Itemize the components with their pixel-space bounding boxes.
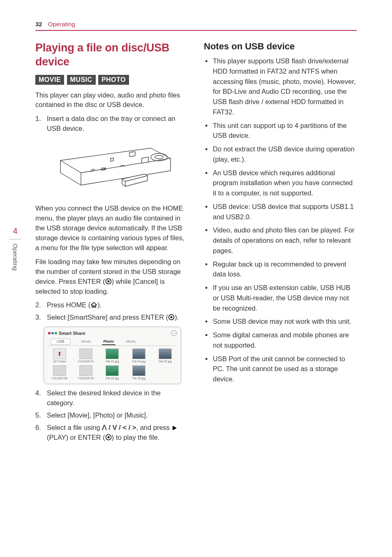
page-header: 32 Operating <box>35 21 357 31</box>
step-3: Select [SmartShare] and press ENTER (). <box>35 313 188 323</box>
tag-photo: PHOTO <box>98 75 129 85</box>
item-up: UP Folder <box>48 348 71 363</box>
chapter-number: 4 <box>9 226 21 239</box>
right-column: Notes on USB device This player supports… <box>204 41 357 447</box>
para-auto-play: When you connect the USB device on the H… <box>35 204 188 253</box>
chapter-tab: 4 Operating <box>9 226 21 271</box>
svg-point-10 <box>107 436 109 439</box>
svg-point-6 <box>107 280 109 282</box>
notes-title: Notes on USB device <box>204 41 357 52</box>
note-item: Do not extract the USB device during ope… <box>204 144 357 165</box>
note-item: USB device: USB device that supports USB… <box>204 202 357 222</box>
home-icon <box>90 302 97 308</box>
step-5: Select [Movie], [Photo] or [Music]. <box>35 411 188 420</box>
close-icon: – <box>171 330 177 336</box>
note-item: USB Port of the unit cannot be connected… <box>204 354 357 384</box>
item-folder: FOLDER 01 <box>74 348 97 363</box>
step-6: Select a file using Ʌ / V / < / >, and p… <box>35 423 188 443</box>
item-file: File 04.jpg <box>127 348 150 363</box>
smartshare-screenshot: Smart Share – USB Movie Photo Music UP F… <box>44 327 181 384</box>
item-file: File 02.jpg <box>101 365 124 380</box>
step-1: Insert a data disc on the tray or connec… <box>35 114 188 134</box>
note-item: If you use an USB extension cable, USB H… <box>204 283 357 313</box>
enter-icon <box>105 434 112 441</box>
section-name: Operating <box>48 21 75 28</box>
note-item: Regular back up is recommended to preven… <box>204 259 357 280</box>
device-selector: USB <box>51 339 71 345</box>
item-file: File 01.jpg <box>101 348 124 363</box>
step-4: Select the desired linked device in the … <box>35 388 188 408</box>
notes-list: This player supports USB flash drive/ext… <box>204 56 357 384</box>
tab-photo: Photo <box>102 339 116 345</box>
svg-rect-4 <box>142 157 148 163</box>
note-item: Video, audio and photo files can be play… <box>204 225 357 255</box>
enter-icon <box>168 314 175 320</box>
note-item: This unit can support up to 4 partitions… <box>204 121 357 141</box>
note-item: Some digital cameras and mobile phones a… <box>204 330 357 350</box>
smartshare-title: Smart Share <box>48 331 85 336</box>
left-column: Playing a file on disc/USB device MOVIE … <box>35 41 188 447</box>
step-2: Press HOME (). <box>35 300 188 310</box>
intro-text: This player can play video, audio and ph… <box>35 91 188 110</box>
enter-icon <box>105 278 112 285</box>
note-item: This player supports USB flash drive/ext… <box>204 56 357 117</box>
tag-movie: MOVIE <box>35 75 64 85</box>
note-item: An USB device which requires additional … <box>204 168 357 198</box>
tab-music: Music <box>125 339 138 345</box>
chapter-name: Operating <box>12 244 19 271</box>
section-title: Playing a file on disc/USB device <box>35 41 188 69</box>
tab-movie: Movie <box>80 339 93 345</box>
item-file: File 05.jpg <box>127 365 150 380</box>
svg-point-8 <box>171 316 173 318</box>
para-loading: File loading may take few minutes depend… <box>35 257 188 297</box>
item-file: File 07.jpg <box>154 348 177 363</box>
tag-music: MUSIC <box>67 75 96 85</box>
media-tags: MOVIE MUSIC PHOTO <box>35 75 188 85</box>
page-number: 32 <box>35 21 42 28</box>
note-item: Some USB device may not work with this u… <box>204 316 357 327</box>
item-folder: FOLDER 03 <box>74 365 97 380</box>
usb-illustration <box>35 138 188 197</box>
play-icon <box>172 425 177 431</box>
dpad-keys: Ʌ / V / < / > <box>102 424 136 431</box>
item-folder: FOLDER 00 <box>48 365 71 380</box>
